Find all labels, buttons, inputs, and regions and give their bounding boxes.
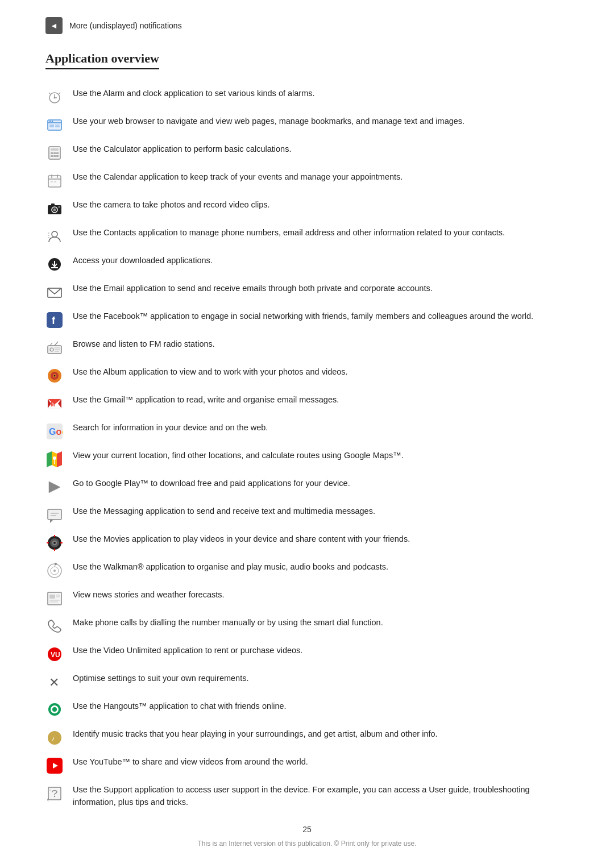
svg-rect-75 [60, 542, 63, 543]
svg-rect-15 [51, 152, 53, 154]
list-item: Use the Alarm and clock application to s… [45, 83, 569, 111]
notification-text: More (undisplayed) notifications [69, 21, 182, 30]
browser-icon [45, 116, 64, 134]
play-store-icon [45, 478, 64, 496]
svg-point-5 [54, 97, 56, 99]
svg-line-3 [49, 93, 50, 94]
list-item: Use the Hangouts™ application to chat wi… [45, 696, 569, 724]
svg-line-48 [55, 342, 58, 346]
notification-icon: ◄ [45, 17, 63, 34]
svg-point-9 [52, 121, 53, 122]
svg-point-73 [53, 542, 56, 544]
news-text: View news stories and weather forecasts. [73, 589, 569, 601]
camera-icon [45, 200, 64, 218]
svg-point-32 [52, 231, 57, 237]
svg-rect-99 [48, 787, 61, 800]
svg-rect-14 [51, 148, 59, 151]
camera-text: Use the camera to take photos and record… [73, 199, 569, 211]
list-item: Use the Album application to view and to… [45, 362, 569, 389]
list-item: Access your downloaded applications. [45, 250, 569, 278]
settings-icon: ✕ [45, 673, 64, 691]
svg-point-95 [48, 731, 61, 745]
list-item: Use the Calculator application to perfor… [45, 139, 569, 167]
svg-rect-30 [51, 203, 55, 206]
downloads-text: Access your downloaded applications. [73, 255, 569, 267]
section-title: Application overview [45, 51, 159, 69]
svg-rect-20 [56, 155, 59, 157]
svg-point-94 [52, 707, 57, 712]
phone-icon [45, 617, 64, 636]
svg-marker-62 [57, 451, 62, 467]
support-text: Use the Support application to access us… [73, 784, 569, 809]
svg-rect-19 [53, 155, 56, 157]
list-item: ✕ Optimise settings to suit your own req… [45, 668, 569, 696]
svg-text:♪: ♪ [51, 734, 55, 742]
phone-text: Make phone calls by dialling the number … [73, 617, 569, 629]
youtube-text: Use YouTube™ to share and view videos fr… [73, 756, 569, 769]
svg-rect-77 [54, 549, 55, 551]
svg-text:✕: ✕ [49, 675, 59, 690]
svg-rect-76 [54, 535, 55, 537]
walkman-text: Use the Walkman® application to organise… [73, 561, 569, 574]
svg-point-100 [54, 796, 55, 797]
google-search-text: Search for information in your device an… [73, 422, 569, 434]
svg-rect-12 [55, 126, 60, 127]
gmail-icon: M [45, 394, 64, 413]
svg-line-4 [59, 93, 60, 94]
alarm-text: Use the Alarm and clock application to s… [73, 88, 569, 100]
video-unlimited-icon: VU [45, 645, 64, 663]
list-item: Use the camera to take photos and record… [45, 194, 569, 222]
hangouts-icon [45, 701, 64, 719]
gmail-text: Use the Gmail™ application to read, writ… [73, 394, 569, 406]
page-number: 25 [45, 825, 569, 834]
facebook-icon: f [45, 311, 64, 329]
fm-radio-text: Browse and listen to FM radio stations. [73, 338, 569, 351]
svg-point-82 [55, 563, 57, 565]
fm-radio-icon [45, 339, 64, 357]
svg-text:f: f [52, 315, 56, 326]
list-item: Use the Walkman® application to organise… [45, 556, 569, 584]
play-store-text: Go to Google Play™ to download free and … [73, 477, 569, 490]
list-item: View your current location, find other l… [45, 445, 569, 473]
svg-rect-66 [48, 509, 61, 520]
list-item: Make phone calls by dialling the number … [45, 612, 569, 640]
svg-point-8 [49, 121, 51, 122]
hangouts-text: Use the Hangouts™ application to chat wi… [73, 700, 569, 713]
top-notification: ◄ More (undisplayed) notifications [45, 17, 569, 34]
svg-text:VU: VU [51, 651, 60, 659]
svg-rect-84 [49, 595, 55, 599]
google-search-icon: Google [45, 422, 64, 441]
alarm-icon [45, 88, 64, 106]
svg-point-52 [54, 375, 56, 377]
album-text: Use the Album application to view and to… [73, 366, 569, 379]
list-item: Use the Support application to access us… [45, 779, 569, 813]
svg-rect-26 [54, 181, 56, 182]
svg-marker-69 [50, 520, 53, 523]
list-item: Use YouTube™ to share and view videos fr… [45, 751, 569, 779]
application-overview-list: Use the Alarm and clock application to s… [45, 83, 569, 813]
maps-icon [45, 450, 64, 468]
facebook-text: Use the Facebook™ application to engage … [73, 310, 569, 323]
svg-point-29 [53, 209, 56, 211]
music-id-text: Identify music tracks that you hear play… [73, 728, 569, 741]
calendar-text: Use the Calendar application to keep tra… [73, 171, 569, 184]
messaging-text: Use the Messaging application to send an… [73, 505, 569, 518]
email-icon [45, 283, 64, 301]
movies-icon [45, 534, 64, 552]
svg-rect-16 [53, 152, 56, 154]
list-item: f Use the Facebook™ application to engag… [45, 306, 569, 334]
list-item: Use your web browser to navigate and vie… [45, 111, 569, 139]
svg-rect-10 [49, 124, 54, 127]
svg-marker-60 [47, 451, 52, 467]
contacts-icon [45, 227, 64, 246]
list-item: Go to Google Play™ to download free and … [45, 473, 569, 501]
browser-text: Use your web browser to navigate and vie… [73, 115, 569, 128]
list-item: M Use the Gmail™ application to read, wr… [45, 389, 569, 417]
list-item: View news stories and weather forecasts. [45, 584, 569, 612]
list-item: Use the Email application to send and re… [45, 278, 569, 306]
svg-point-31 [59, 206, 60, 208]
svg-marker-65 [49, 481, 60, 493]
svg-rect-17 [56, 152, 59, 154]
svg-text:M: M [51, 401, 55, 408]
walkman-icon [45, 562, 64, 580]
